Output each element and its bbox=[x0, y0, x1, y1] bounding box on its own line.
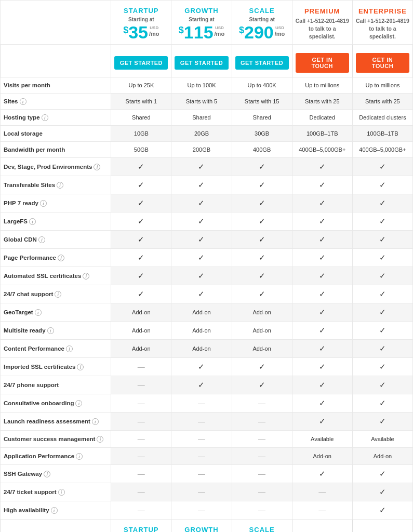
addon-text: Add-on bbox=[192, 345, 210, 352]
feature-label-6: Transferable Sitesi bbox=[1, 176, 111, 194]
feature-label-0: Visits per month bbox=[1, 77, 111, 94]
cta-button-startup[interactable]: GET STARTED bbox=[114, 56, 168, 70]
addon-text: Add-on bbox=[252, 327, 271, 334]
check-icon: ✓ bbox=[379, 235, 386, 244]
feature-value-16-0: — bbox=[111, 358, 171, 376]
feature-value-22-4: ✓ bbox=[352, 465, 412, 483]
feature-row: 24/7 ticket supporti————✓ bbox=[1, 483, 413, 501]
feature-label-text: 24/7 ticket support bbox=[4, 489, 57, 495]
available-text: Available bbox=[311, 436, 334, 442]
value-text: Starts with 25 bbox=[365, 98, 400, 104]
info-icon[interactable]: i bbox=[40, 200, 47, 207]
feature-value-23-3: — bbox=[292, 483, 352, 501]
info-icon[interactable]: i bbox=[57, 182, 63, 189]
info-icon[interactable]: i bbox=[58, 489, 65, 496]
cta-button-premium[interactable]: GET IN TOUCH bbox=[296, 53, 349, 73]
check-icon: ✓ bbox=[138, 217, 144, 225]
addon-text: Add-on bbox=[132, 327, 150, 334]
value-text: 400GB bbox=[253, 147, 271, 153]
info-icon[interactable]: i bbox=[76, 453, 83, 460]
check-icon: ✓ bbox=[259, 271, 265, 280]
check-icon: ✓ bbox=[319, 198, 326, 207]
feature-value-8-2: ✓ bbox=[232, 212, 292, 231]
info-icon[interactable]: i bbox=[38, 236, 45, 243]
feature-label-text: Multisite ready bbox=[4, 327, 46, 334]
check-icon: ✓ bbox=[379, 362, 386, 371]
check-icon: ✓ bbox=[138, 180, 144, 189]
info-icon[interactable]: i bbox=[55, 291, 61, 298]
check-icon: ✓ bbox=[198, 198, 205, 207]
cta-button-growth[interactable]: GET STARTED bbox=[175, 56, 228, 70]
feature-value-10-2: ✓ bbox=[232, 249, 292, 267]
feature-value-10-0: ✓ bbox=[111, 249, 171, 267]
value-text: Up to 400K bbox=[248, 82, 276, 88]
feature-row: SSH Gatewayi———✓✓ bbox=[1, 465, 413, 483]
feature-value-12-0: ✓ bbox=[111, 285, 171, 303]
footer-plan-header-startup: STARTUP Starting at $ 35 USD /mo bbox=[111, 520, 171, 533]
cta-button-enterprise[interactable]: GET IN TOUCH bbox=[356, 53, 409, 73]
info-icon[interactable]: i bbox=[66, 345, 73, 352]
cta-button-scale[interactable]: GET STARTED bbox=[235, 56, 289, 70]
check-icon: ✓ bbox=[319, 271, 326, 280]
dash-icon: — bbox=[258, 488, 265, 496]
feature-label-text: Page Performance bbox=[4, 255, 56, 261]
info-icon[interactable]: i bbox=[47, 327, 54, 334]
check-icon: ✓ bbox=[379, 162, 386, 171]
info-icon[interactable]: i bbox=[75, 400, 82, 407]
feature-value-6-4: ✓ bbox=[352, 176, 412, 194]
footer-plan-header-row: STARTUP Starting at $ 35 USD /mo GROWTH … bbox=[1, 520, 413, 533]
price-block-scale: Starting at $ 290 USD /mo bbox=[235, 17, 289, 41]
info-icon[interactable]: i bbox=[97, 436, 103, 443]
check-icon: ✓ bbox=[379, 253, 386, 262]
info-icon[interactable]: i bbox=[77, 364, 84, 370]
check-icon: ✓ bbox=[379, 506, 386, 514]
info-icon[interactable]: i bbox=[29, 218, 36, 225]
check-icon: ✓ bbox=[379, 289, 386, 298]
feature-value-8-0: ✓ bbox=[111, 212, 171, 231]
info-icon[interactable]: i bbox=[44, 471, 50, 477]
feature-value-2-4: Dedicated clusters bbox=[352, 110, 412, 126]
feature-row: Bandwidth per month50GB200GB400GB400GB–5… bbox=[1, 142, 413, 158]
check-icon: ✓ bbox=[319, 162, 326, 171]
info-icon[interactable]: i bbox=[92, 418, 99, 425]
price-symbol-startup: $ bbox=[123, 23, 128, 37]
feature-label-8: LargeFSi bbox=[1, 212, 111, 231]
feature-label-3: Local storage bbox=[1, 126, 111, 142]
feature-label-text: Imported SSL certificates bbox=[4, 364, 75, 370]
info-icon[interactable]: i bbox=[20, 98, 26, 105]
dash-icon: — bbox=[198, 506, 205, 514]
check-icon: ✓ bbox=[319, 235, 326, 244]
info-icon[interactable]: i bbox=[42, 114, 48, 121]
dash-icon: — bbox=[258, 452, 265, 460]
feature-label-24: High availabilityi bbox=[1, 501, 111, 520]
feature-value-17-1: ✓ bbox=[171, 376, 232, 394]
feature-label-18: Consultative onboardingi bbox=[1, 394, 111, 413]
check-icon: ✓ bbox=[379, 217, 386, 225]
info-icon[interactable]: i bbox=[83, 273, 89, 280]
feature-value-23-0: — bbox=[111, 483, 171, 501]
info-icon[interactable]: i bbox=[58, 255, 64, 261]
feature-label-7: PHP 7 readyi bbox=[1, 194, 111, 212]
check-icon: ✓ bbox=[319, 398, 326, 407]
feature-label-text: PHP 7 ready bbox=[4, 200, 38, 206]
feature-value-7-3: ✓ bbox=[292, 194, 352, 212]
feature-value-0-1: Up to 100K bbox=[171, 77, 232, 94]
footer-plan-header-enterprise: ENTERPRISE Call +1-512-201-4819 to talk … bbox=[352, 520, 412, 533]
feature-label-15: Content Performancei bbox=[1, 340, 111, 358]
price-amount-growth: 115 bbox=[184, 23, 214, 41]
dash-icon: — bbox=[138, 417, 145, 425]
feature-value-22-1: — bbox=[171, 465, 232, 483]
feature-value-10-3: ✓ bbox=[292, 249, 352, 267]
value-text: Up to millions bbox=[365, 82, 399, 88]
feature-value-16-2: ✓ bbox=[232, 358, 292, 376]
info-icon[interactable]: i bbox=[51, 507, 58, 514]
check-icon: ✓ bbox=[319, 344, 326, 353]
price-block-startup: Starting at $ 35 USD /mo bbox=[114, 17, 168, 41]
info-icon[interactable]: i bbox=[35, 309, 42, 316]
feature-row: Page Performancei✓✓✓✓✓ bbox=[1, 249, 413, 267]
feature-label-text: Transferable Sites bbox=[4, 182, 55, 188]
info-icon[interactable]: i bbox=[94, 164, 100, 170]
feature-value-12-2: ✓ bbox=[232, 285, 292, 303]
feature-row: Global CDNi✓✓✓✓✓ bbox=[1, 231, 413, 249]
feature-value-1-2: Starts with 15 bbox=[232, 94, 292, 110]
